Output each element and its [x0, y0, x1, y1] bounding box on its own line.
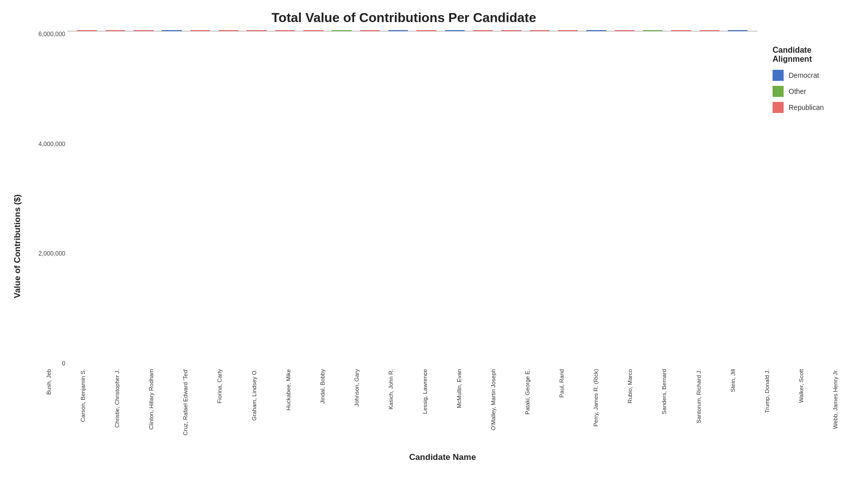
x-label-cell: Perry, James R. (Rick) — [579, 369, 613, 449]
y-tick-labels: 02,000,0004,000,0006,000,000 — [31, 31, 65, 367]
legend-item-label: Other — [789, 87, 806, 95]
x-label-cell: Rubio, Marco — [613, 369, 647, 449]
bar — [332, 30, 351, 31]
x-label-cell: McMullin, Evan — [443, 369, 477, 449]
x-label-text: Stein, Jill — [730, 369, 737, 392]
bar — [360, 30, 380, 31]
x-label-cell: Sanders, Bernard — [647, 369, 682, 449]
bar — [219, 30, 238, 31]
x-axis-labels: Bush, JebCarson, Benjamin S.Christie, Ch… — [27, 369, 858, 449]
x-label-text: Kasich, John R. — [388, 369, 395, 410]
bar — [700, 30, 719, 31]
x-label-cell: Webb, James Henry Jr. — [819, 369, 853, 449]
bar — [247, 30, 266, 31]
plot-and-legend: 02,000,0004,000,0006,000,000 Candidate A… — [27, 31, 858, 367]
bar — [388, 30, 408, 31]
x-label-cell: Kasich, John R. — [374, 369, 408, 449]
legend-item: Republican — [773, 102, 848, 113]
x-label-text: Huckabee, Mike — [285, 369, 292, 410]
x-label-text: Christie, Christopher J. — [114, 369, 121, 428]
bar — [473, 30, 493, 31]
y-tick-label: 6,000,000 — [31, 31, 65, 38]
x-label-cell: Clinton, Hillary Rodham — [135, 369, 169, 449]
bar — [162, 30, 181, 31]
bar — [445, 30, 465, 31]
bar — [530, 30, 550, 31]
legend-color-box — [773, 86, 784, 97]
x-label-text: Walker, Scott — [798, 369, 805, 403]
x-label-text: Clinton, Hillary Rodham — [148, 369, 155, 430]
x-label-cell: Pataki, George E. — [511, 369, 545, 449]
plot-area — [67, 31, 757, 32]
x-label-cell: Paul, Rand — [545, 369, 579, 449]
legend-item: Democrat — [773, 70, 848, 81]
legend: Candidate Alignment Democrat Other Repub… — [757, 31, 858, 367]
x-label-cell: Christie, Christopher J. — [100, 369, 135, 449]
x-label-text: Santorum, Richard J. — [696, 369, 703, 423]
x-label-text: Bush, Jeb — [46, 369, 53, 395]
chart-area: Value of Contributions ($) 02,000,0004,0… — [10, 31, 858, 462]
x-label-cell: Huckabee, Mike — [272, 369, 306, 449]
chart-title: Total Value of Contributions Per Candida… — [0, 10, 858, 26]
bar — [77, 30, 96, 31]
x-axis-title: Candidate Name — [27, 452, 858, 462]
y-tick-label: 4,000,000 — [31, 141, 65, 148]
bar — [190, 30, 210, 31]
legend-title: Candidate Alignment — [773, 46, 848, 64]
legend-color-box — [773, 102, 784, 113]
bar — [671, 30, 691, 31]
legend-item: Other — [773, 86, 848, 97]
x-label-cell: Jindal, Bobby — [306, 369, 340, 449]
x-label-cell: Fiorina, Carly — [203, 369, 237, 449]
bar — [558, 30, 578, 31]
x-label-text: Sanders, Bernard — [661, 369, 668, 414]
legend-item-label: Republican — [789, 103, 824, 111]
x-label-cell: O'Malley, Martin Joseph — [477, 369, 511, 449]
x-label-cell: Graham, Lindsey O. — [237, 369, 271, 449]
bar — [643, 30, 663, 31]
x-label-text: Fiorina, Carly — [216, 369, 224, 403]
x-label-cell: Bush, Jeb — [32, 369, 66, 449]
bar — [275, 30, 295, 31]
x-label-text: Perry, James R. (Rick) — [593, 369, 600, 427]
y-tick-label: 2,000,000 — [31, 250, 65, 257]
x-label-text: Trump, Donald J. — [764, 369, 771, 413]
x-label-cell: Santorum, Richard J. — [682, 369, 716, 449]
chart-container: Total Value of Contributions Per Candida… — [0, 0, 868, 482]
y-tick-label: 0 — [31, 360, 65, 367]
bar — [416, 30, 436, 31]
x-label-cell: Cruz, Rafael Edward 'Ted' — [169, 369, 203, 449]
x-label-text: Paul, Rand — [559, 369, 566, 398]
legend-items: Democrat Other Republican — [773, 70, 848, 118]
bar — [303, 30, 323, 31]
bar — [501, 30, 521, 31]
x-label-text: Johnson, Gary — [354, 369, 361, 407]
legend-color-box — [773, 70, 784, 81]
x-label-text: Jindal, Bobby — [319, 369, 327, 404]
x-label-cell: Lessig, Lawrence — [408, 369, 443, 449]
plot-wrapper: 02,000,0004,000,0006,000,000 — [67, 31, 757, 367]
x-label-cell: Carson, Benjamin S. — [66, 369, 100, 449]
bar — [586, 30, 606, 31]
x-label-text: Cruz, Rafael Edward 'Ted' — [182, 369, 189, 435]
x-label-cell: Johnson, Gary — [340, 369, 374, 449]
x-label-text: Carson, Benjamin S. — [80, 369, 87, 422]
x-label-text: McMullin, Evan — [456, 369, 463, 408]
x-label-text: Lessig, Lawrence — [422, 369, 429, 414]
bar — [134, 30, 153, 31]
x-label-cell: Trump, Donald J. — [750, 369, 785, 449]
x-label-text: Graham, Lindsey O. — [251, 369, 258, 421]
x-label-cell: Walker, Scott — [785, 369, 819, 449]
y-axis-label: Value of Contributions ($) — [10, 31, 25, 462]
x-label-cell: Stein, Jill — [716, 369, 750, 449]
bar — [728, 30, 747, 31]
bar — [105, 30, 125, 31]
x-label-text: O'Malley, Martin Joseph — [490, 369, 497, 430]
bar — [615, 30, 634, 31]
chart-body: 02,000,0004,000,0006,000,000 Candidate A… — [27, 31, 858, 462]
x-label-text: Rubio, Marco — [627, 369, 634, 403]
x-label-text: Pataki, George E. — [524, 369, 531, 415]
legend-item-label: Democrat — [789, 71, 819, 79]
x-label-text: Webb, James Henry Jr. — [832, 369, 839, 429]
